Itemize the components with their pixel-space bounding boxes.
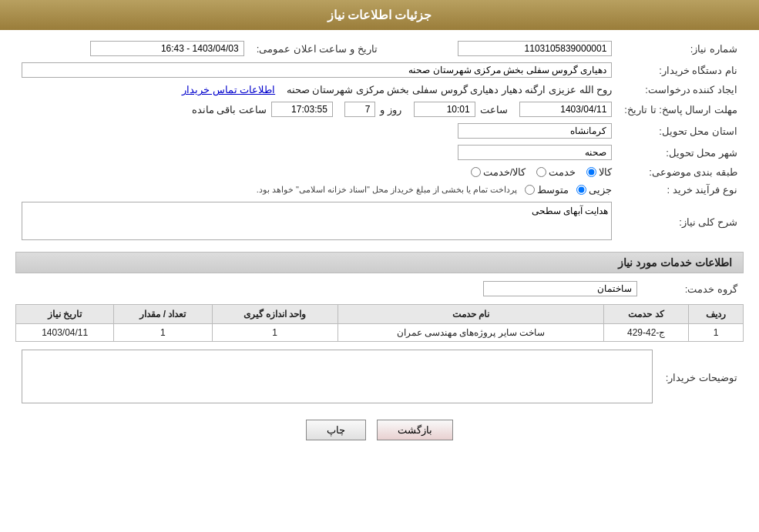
table-header-row: ردیف کد حدمت نام حدمت واحد اندازه گیری ت… <box>16 305 744 324</box>
buyer-desc-row: توضیحات خریدار: <box>15 346 744 409</box>
province-input[interactable] <box>458 123 612 139</box>
response-remaining-input[interactable] <box>271 102 333 117</box>
col-row-num: ردیف <box>688 305 743 324</box>
service-group-row: گروه خدمت: <box>15 278 744 299</box>
response-deadline-label: مهلت ارسال پاسخ: تا تاریخ: <box>618 99 744 120</box>
creator-label: ایجاد کننده درخواست: <box>618 81 744 99</box>
announce-date-label: تاریخ و ساعت اعلان عمومی: <box>250 38 384 59</box>
city-row: شهر محل تحویل: <box>15 142 744 163</box>
city-label: شهر محل تحویل: <box>618 142 744 163</box>
proc-jozi-text: جزیی <box>589 184 612 196</box>
buyer-name-label: نام دستگاه خریدار: <box>618 59 744 81</box>
content-area: شماره نیاز: تاریخ و ساعت اعلان عمومی: نا… <box>0 30 759 459</box>
page-wrapper: جزئیات اطلاعات نیاز شماره نیاز: تاریخ و … <box>0 0 759 532</box>
buyer-desc-value <box>15 346 659 409</box>
services-table: ردیف کد حدمت نام حدمت واحد اندازه گیری ت… <box>15 304 744 342</box>
buyer-desc-table: توضیحات خریدار: <box>15 346 744 409</box>
need-desc-textarea[interactable]: هدایت آبهای سطحی <box>22 202 612 240</box>
need-desc-row: شرح کلی نیاز: هدایت آبهای سطحی <box>15 199 744 246</box>
buyer-desc-textarea[interactable] <box>22 350 653 403</box>
print-button[interactable]: چاپ <box>306 420 366 440</box>
proc-type-row: نوع فرآیند خرید : جزیی متوسط پرداخت تمام… <box>15 181 744 199</box>
category-kala-khedmat-radio[interactable] <box>471 167 481 177</box>
back-button[interactable]: بازگشت <box>377 420 453 440</box>
response-day-label: روز و <box>380 104 401 115</box>
buyer-name-value <box>15 59 618 81</box>
need-number-input[interactable] <box>458 41 612 56</box>
response-day-input[interactable] <box>344 102 375 117</box>
table-row: 1ج-42-429ساخت سایر پروژه‌های مهندسی عمرا… <box>16 324 744 342</box>
service-group-value <box>15 278 643 299</box>
info-table: شماره نیاز: تاریخ و ساعت اعلان عمومی: نا… <box>15 38 744 246</box>
buyer-desc-label: توضیحات خریدار: <box>659 346 744 409</box>
category-khedmat-label[interactable]: خدمت <box>536 166 576 178</box>
table-cell-service_code: ج-42-429 <box>604 324 689 342</box>
table-cell-unit: 1 <box>212 324 338 342</box>
category-label: طبقه بندی موضوعی: <box>618 163 744 181</box>
proc-type-value: جزیی متوسط پرداخت تمام یا بخشی از مبلغ خ… <box>15 181 618 199</box>
province-value <box>15 120 618 142</box>
table-cell-date: 1403/04/11 <box>16 324 114 342</box>
table-cell-quantity: 1 <box>114 324 212 342</box>
category-kala-label[interactable]: کالا <box>586 166 612 178</box>
need-desc-value: هدایت آبهای سطحی <box>15 199 618 246</box>
category-kala-khedmat-label[interactable]: کالا/خدمت <box>471 166 526 178</box>
response-date-input[interactable] <box>519 102 612 117</box>
contact-link[interactable]: اطلاعات تماس خریدار <box>182 84 275 95</box>
announce-date-input[interactable] <box>90 41 244 56</box>
category-kala-text: کالا <box>599 166 612 178</box>
page-title: جزئیات اطلاعات نیاز <box>327 8 432 22</box>
page-header: جزئیات اطلاعات نیاز <box>0 0 759 30</box>
province-row: استان محل تحویل: <box>15 120 744 142</box>
creator-row: ایجاد کننده درخواست: روح الله عزیزی ارگن… <box>15 81 744 99</box>
proc-type-note: پرداخت تمام یا بخشی از مبلغ خریداز محل "… <box>257 185 518 195</box>
services-section-header: اطلاعات خدمات مورد نیاز <box>15 252 744 273</box>
response-remaining-label: ساعت باقی مانده <box>192 104 267 115</box>
table-cell-row_num: 1 <box>688 324 743 342</box>
category-radio-group: کالا خدمت کالا/خدمت <box>22 166 612 178</box>
category-kala-radio[interactable] <box>586 167 596 177</box>
proc-jozi-radio[interactable] <box>576 185 586 195</box>
category-khedmat-radio[interactable] <box>536 167 546 177</box>
province-label: استان محل تحویل: <box>618 120 744 142</box>
col-service-code: کد حدمت <box>604 305 689 324</box>
response-time-label: ساعت <box>480 104 508 115</box>
col-unit: واحد اندازه گیری <box>212 305 338 324</box>
table-cell-service_name: ساخت سایر پروژه‌های مهندسی عمران <box>338 324 604 342</box>
buttons-row: بازگشت چاپ <box>15 420 744 440</box>
proc-type-options: جزیی متوسط پرداخت تمام یا بخشی از مبلغ خ… <box>22 184 612 196</box>
need-number-row: شماره نیاز: تاریخ و ساعت اعلان عمومی: <box>15 38 744 59</box>
category-value: کالا خدمت کالا/خدمت <box>15 163 618 181</box>
need-number-value <box>384 38 619 59</box>
proc-motavaset-radio[interactable] <box>525 185 535 195</box>
response-deadline-row: مهلت ارسال پاسخ: تا تاریخ: ساعت روز و سا… <box>15 99 744 120</box>
proc-motavaset-label[interactable]: متوسط <box>525 184 569 196</box>
need-number-label: شماره نیاز: <box>618 38 744 59</box>
response-time-input[interactable] <box>414 102 475 117</box>
category-kala-khedmat-text: کالا/خدمت <box>483 166 526 178</box>
col-service-name: نام حدمت <box>338 305 604 324</box>
city-value <box>15 142 618 163</box>
announce-date-value <box>15 38 250 59</box>
category-row: طبقه بندی موضوعی: کالا خدمت کالا/خدمت <box>15 163 744 181</box>
service-group-input[interactable] <box>483 281 637 296</box>
response-deadline-value: ساعت روز و ساعت باقی مانده <box>15 99 618 120</box>
duration-row: ساعت روز و ساعت باقی مانده <box>22 102 612 117</box>
proc-type-label: نوع فرآیند خرید : <box>618 181 744 199</box>
proc-jozi-label[interactable]: جزیی <box>576 184 612 196</box>
proc-motavaset-text: متوسط <box>537 184 569 196</box>
buyer-name-input[interactable] <box>22 62 612 78</box>
need-desc-label: شرح کلی نیاز: <box>618 199 744 246</box>
col-quantity: تعداد / مقدار <box>114 305 212 324</box>
city-input[interactable] <box>458 145 612 160</box>
category-khedmat-text: خدمت <box>549 166 576 178</box>
col-date: تاریخ نیاز <box>16 305 114 324</box>
service-group-table: گروه خدمت: <box>15 278 744 299</box>
service-group-label: گروه خدمت: <box>643 278 744 299</box>
creator-value: روح الله عزیزی ارگنه دهیار دهیاری گروس س… <box>15 81 618 99</box>
creator-text: روح الله عزیزی ارگنه دهیار دهیاری گروس س… <box>287 84 613 95</box>
buyer-name-row: نام دستگاه خریدار: <box>15 59 744 81</box>
